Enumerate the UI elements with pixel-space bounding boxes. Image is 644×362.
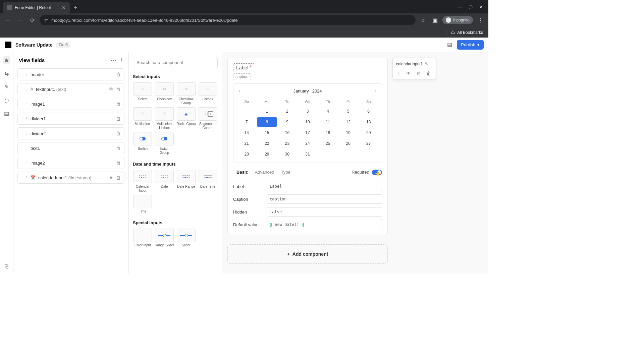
calendar-day[interactable]: 31 (298, 149, 318, 159)
field-row[interactable]: ⋮⋮ image2 🗑 (17, 157, 124, 169)
calendar-day[interactable]: 3 (298, 106, 318, 116)
app-logo[interactable] (5, 42, 11, 48)
drag-handle-icon[interactable]: ⋮⋮ (21, 117, 28, 121)
palette-item[interactable]: Checkbox (155, 82, 174, 105)
palette-item[interactable]: Slider (176, 229, 196, 247)
field-row[interactable]: ⋮⋮ 📅 calendarInput1 (timestamp) 👁 🗑 (17, 172, 124, 184)
responses-icon[interactable]: ▤ (446, 42, 453, 48)
palette-item[interactable]: Switch (133, 132, 153, 155)
hidden-icon[interactable]: 👁 (109, 86, 113, 92)
all-bookmarks-button[interactable]: 🗀 All Bookmarks (446, 30, 483, 35)
window-maximize-icon[interactable]: ▢ (469, 4, 473, 9)
calendar-prev-icon[interactable]: ‹ (239, 89, 240, 94)
properties-tab[interactable]: Type (278, 168, 294, 176)
rail-preview-icon[interactable]: ▤ (3, 110, 10, 117)
delete-field-icon[interactable]: 🗑 (116, 145, 121, 151)
palette-item[interactable]: Date (155, 170, 174, 193)
palette-item[interactable]: Time (133, 195, 153, 214)
rail-data-icon[interactable]: ◌ (3, 97, 10, 104)
add-field-button[interactable]: + (119, 57, 123, 64)
calendar-day[interactable]: 8 (257, 117, 277, 127)
calendar-day[interactable]: 14 (237, 128, 257, 138)
calendar-day[interactable]: 2 (277, 106, 297, 116)
rail-share-icon[interactable]: ⇆ (3, 70, 10, 77)
field-row[interactable]: ⋮⋮ divider1 🗑 (17, 113, 124, 125)
back-button[interactable]: ← (3, 15, 13, 25)
add-component-button[interactable]: +Add component (227, 244, 388, 264)
calendar-day[interactable]: 23 (277, 138, 297, 148)
field-label-preview[interactable]: Label* (233, 63, 254, 72)
calendar-day[interactable]: 11 (318, 117, 338, 127)
duplicate-icon[interactable]: ⎘ (417, 71, 420, 76)
browser-tab[interactable]: Form Editor | Retool ✕ (3, 2, 70, 13)
calendar-day[interactable]: 29 (257, 149, 277, 159)
component-search-input[interactable] (133, 57, 218, 68)
calendar-day[interactable]: 24 (298, 138, 318, 148)
site-info-icon[interactable]: ⇄ (44, 18, 48, 23)
rail-add-icon[interactable]: ⊕ (3, 56, 10, 64)
rail-theme-icon[interactable]: ✎ (3, 83, 10, 90)
drag-handle-icon[interactable]: ⋮⋮ (21, 102, 28, 106)
palette-item[interactable]: Range Slider (155, 229, 174, 247)
property-input[interactable]: false (267, 207, 382, 217)
delete-icon[interactable]: 🗑 (426, 71, 431, 76)
delete-field-icon[interactable]: 🗑 (116, 131, 121, 136)
calendar-day[interactable]: 17 (298, 128, 318, 138)
rail-collapse-icon[interactable]: ⎘ (3, 263, 10, 270)
hidden-icon[interactable]: 👁 (109, 175, 113, 180)
field-row[interactable]: ⋮⋮ text1 🗑 (17, 142, 124, 154)
calendar-day[interactable]: 21 (237, 138, 257, 148)
palette-item[interactable]: Radio Group (176, 107, 196, 130)
visibility-icon[interactable]: 👁 (406, 71, 411, 76)
bookmark-star-icon[interactable]: ☆ (418, 15, 428, 25)
property-input[interactable]: {{ new Date() }} (267, 220, 382, 229)
tab-close-icon[interactable]: ✕ (62, 5, 66, 10)
calendar-day[interactable]: 5 (338, 106, 358, 116)
calendar-day[interactable]: 19 (338, 128, 358, 138)
palette-item[interactable]: Date Time (198, 170, 218, 193)
calendar-day[interactable]: 6 (359, 106, 378, 116)
calendar-day[interactable]: 10 (298, 117, 318, 127)
calendar-day[interactable]: 7 (237, 117, 257, 127)
drag-handle-icon[interactable]: ⋮⋮ (21, 146, 28, 150)
field-row[interactable]: ⋮⋮ divider2 🗑 (17, 127, 124, 139)
delete-field-icon[interactable]: 🗑 (116, 160, 121, 166)
palette-item[interactable]: Multiselect (133, 107, 153, 130)
calendar-input[interactable]: ‹ January 2024 › SuMoTuWeThFrSa.12345678… (233, 83, 382, 163)
edit-name-icon[interactable]: ✎ (425, 61, 429, 67)
fields-more-icon[interactable]: ⋯ (111, 56, 117, 64)
calendar-day[interactable]: 18 (318, 128, 338, 138)
calendar-day[interactable]: 13 (359, 117, 378, 127)
forward-button[interactable]: → (15, 15, 25, 25)
calendar-day[interactable]: 9 (277, 117, 297, 127)
field-row[interactable]: ⋮⋮ header 🗑 (17, 68, 124, 80)
calendar-day[interactable]: 20 (359, 128, 378, 138)
palette-item[interactable]: Color Input (133, 229, 153, 247)
palette-item[interactable]: Multiselect Listbox (155, 107, 174, 130)
palette-item[interactable]: Listbox (198, 82, 218, 105)
calendar-day[interactable]: 16 (277, 128, 297, 138)
window-minimize-icon[interactable]: — (458, 4, 462, 9)
delete-field-icon[interactable]: 🗑 (116, 175, 121, 180)
properties-tab[interactable]: Basic (233, 168, 252, 176)
calendar-day[interactable]: 1 (257, 106, 277, 116)
calendar-day[interactable]: 28 (237, 149, 257, 159)
palette-item[interactable]: 12Segmented Control (198, 107, 218, 130)
property-input[interactable]: caption (267, 194, 382, 204)
new-tab-button[interactable]: + (74, 4, 77, 11)
field-caption-preview[interactable]: caption (233, 73, 251, 80)
properties-tab[interactable]: Advanced (252, 168, 278, 176)
palette-item[interactable]: Date Range (176, 170, 196, 193)
drag-handle-icon[interactable]: ⋮⋮ (21, 161, 28, 165)
delete-field-icon[interactable]: 🗑 (116, 116, 121, 121)
calendar-day[interactable]: 27 (359, 138, 378, 148)
palette-item[interactable]: Select (133, 82, 153, 105)
delete-field-icon[interactable]: 🗑 (116, 101, 121, 107)
field-row[interactable]: ⋮⋮ A textInput1 (text) 👁 🗑 (17, 83, 124, 95)
property-input[interactable]: Label (267, 182, 382, 191)
reload-button[interactable]: ⟳ (28, 15, 37, 25)
window-close-icon[interactable]: ✕ (479, 4, 483, 9)
browser-menu-icon[interactable]: ⋮ (476, 15, 485, 25)
calendar-month[interactable]: January (293, 88, 309, 94)
publish-button[interactable]: Publish ▾ (457, 40, 484, 50)
